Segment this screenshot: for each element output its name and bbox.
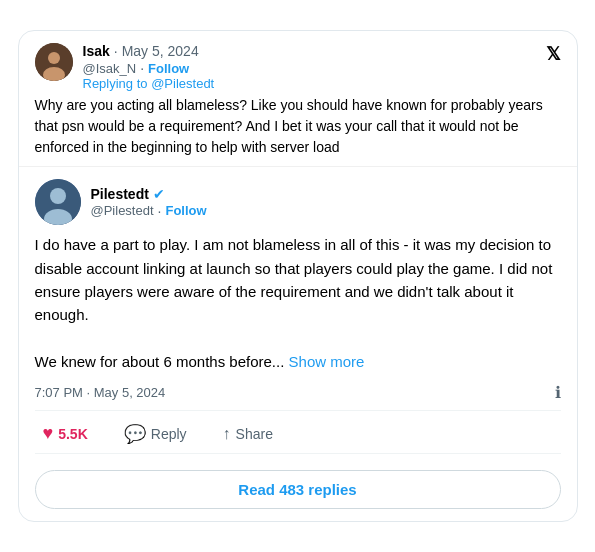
main-author-header: Pilestedt ✔ @Pilestedt · Follow	[35, 179, 561, 225]
reply-section: 𝕏 Isak · May 5, 2024 @Isak_N · Foll	[19, 31, 577, 167]
verified-badge-icon: ✔	[153, 186, 165, 202]
share-icon: ↑	[223, 425, 231, 443]
reply-handle: @Isak_N	[83, 61, 137, 76]
pilestedt-dot: ·	[158, 203, 162, 219]
main-section: Pilestedt ✔ @Pilestedt · Follow I do hav…	[19, 167, 577, 462]
tweet-card: 𝕏 Isak · May 5, 2024 @Isak_N · Foll	[18, 30, 578, 522]
reply-follow-button[interactable]: Follow	[148, 61, 189, 76]
reply-label: Reply	[151, 426, 187, 442]
reply-user-row: Isak · May 5, 2024 @Isak_N · Follow Repl…	[35, 43, 561, 91]
handle-dot: ·	[140, 60, 144, 76]
info-icon[interactable]: ℹ	[555, 383, 561, 402]
x-logo-icon[interactable]: 𝕏	[546, 43, 561, 65]
reply-date: May 5, 2024	[122, 43, 199, 59]
reply-username: Isak	[83, 43, 110, 59]
heart-icon: ♥	[43, 423, 54, 444]
reply-name-row: Isak · May 5, 2024	[83, 43, 215, 59]
isak-avatar	[35, 43, 73, 81]
pilestedt-name-row: Pilestedt ✔	[91, 186, 207, 202]
replying-to-label: Replying to @Pilestedt	[83, 76, 215, 91]
reply-dot: ·	[114, 43, 118, 59]
timestamp-row: 7:07 PM · May 5, 2024 ℹ	[35, 383, 561, 411]
likes-count: 5.5K	[58, 426, 88, 442]
pilestedt-handle-row: @Pilestedt · Follow	[91, 203, 207, 219]
svg-point-1	[48, 52, 60, 64]
reply-icon: 💬	[124, 423, 146, 445]
reply-user-info: Isak · May 5, 2024 @Isak_N · Follow Repl…	[83, 43, 215, 91]
show-more-link[interactable]: Show more	[289, 353, 365, 370]
read-replies-button[interactable]: Read 483 replies	[35, 470, 561, 509]
share-label: Share	[236, 426, 273, 442]
main-author-info: Pilestedt ✔ @Pilestedt · Follow	[91, 186, 207, 219]
reply-handle-row: @Isak_N · Follow	[83, 60, 215, 76]
pilestedt-handle: @Pilestedt	[91, 203, 154, 218]
share-button[interactable]: ↑ Share	[215, 421, 281, 447]
reply-button[interactable]: 💬 Reply	[116, 419, 195, 449]
tweet-timestamp: 7:07 PM · May 5, 2024	[35, 385, 166, 400]
svg-point-4	[50, 188, 66, 204]
pilestedt-avatar	[35, 179, 81, 225]
like-button[interactable]: ♥ 5.5K	[35, 419, 96, 448]
pilestedt-follow-button[interactable]: Follow	[165, 203, 206, 218]
actions-row: ♥ 5.5K 💬 Reply ↑ Share	[35, 411, 561, 454]
reply-text: Why are you acting all blameless? Like y…	[35, 95, 561, 158]
main-tweet-text: I do have a part to play. I am not blame…	[35, 233, 561, 373]
pilestedt-username: Pilestedt	[91, 186, 149, 202]
